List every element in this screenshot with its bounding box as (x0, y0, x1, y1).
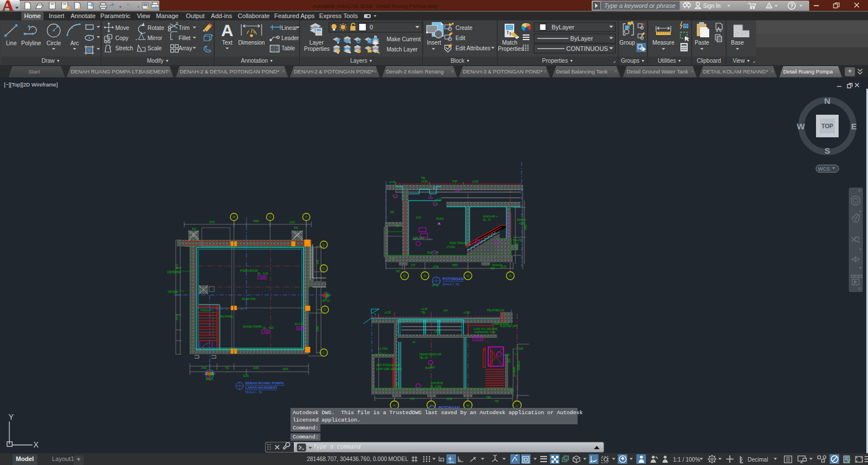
svg-text:1125: 1125 (289, 221, 295, 224)
svg-text:5050: 5050 (446, 398, 453, 401)
svg-text:150: 150 (390, 211, 394, 214)
svg-text:X: X (33, 440, 39, 449)
svg-text:BALOK: BALOK (513, 239, 522, 242)
svg-text:WCS: WCS (818, 166, 830, 172)
svg-text:WATERPROOFING: WATERPROOFING (413, 238, 432, 241)
svg-text:P: P (393, 404, 396, 407)
svg-text:+0.00: +0.00 (435, 198, 442, 201)
svg-text:125: 125 (411, 264, 415, 267)
svg-text:TBL: TBL (421, 311, 426, 314)
svg-text:17.5/30: 17.5/30 (446, 246, 455, 249)
svg-text:A: A (768, 5, 770, 8)
svg-text:TOP: TOP (452, 180, 457, 183)
svg-text:745: 745 (396, 270, 400, 273)
svg-text:+0.00: +0.00 (463, 311, 470, 314)
svg-text:a3: a3 (396, 383, 399, 386)
svg-text:-4.20: -4.20 (263, 330, 270, 333)
svg-text:TBL 15²: TBL 15² (419, 357, 428, 359)
svg-text:CONTINUOUS: CONTINUOUS (566, 45, 608, 52)
svg-text:TB: TB (396, 225, 399, 228)
svg-text:Q: Q (323, 243, 325, 246)
svg-text:JALUR PIPA: JALUR PIPA (241, 298, 255, 301)
svg-text:4850: 4850 (452, 264, 458, 267)
svg-text:WP-01: WP-01 (206, 378, 214, 381)
svg-text:+0.00: +0.00 (472, 180, 479, 183)
svg-text:EL. -4.20: EL. -4.20 (263, 327, 274, 329)
svg-text:1500: 1500 (176, 263, 179, 270)
svg-text:a'dt: a'dt (444, 309, 448, 312)
svg-text:Q: Q (403, 274, 406, 277)
svg-text:SKALA 1 : 50: SKALA 1 : 50 (442, 283, 459, 286)
svg-text:ANAK TANGGA: ANAK TANGGA (449, 242, 467, 245)
svg-text:752: 752 (225, 367, 229, 370)
svg-text:WAKTU: WAKTU (517, 219, 526, 221)
svg-text:TOP: TOP (822, 123, 834, 129)
svg-text:a2: a2 (413, 341, 416, 344)
svg-text:+-1.7040: +-1.7040 (377, 347, 388, 350)
svg-text:3.00: 3.00 (416, 216, 421, 219)
svg-text:TBA: TBA (486, 396, 491, 399)
svg-text:1675: 1675 (209, 221, 215, 224)
svg-text:?: ? (790, 3, 793, 9)
svg-text:PILE CAP: PILE CAP (427, 251, 439, 254)
svg-text:-4.20: -4.20 (297, 327, 304, 330)
svg-text:DENAH RUANG POMPA: DENAH RUANG POMPA (245, 381, 284, 385)
svg-text:C: C (323, 351, 325, 354)
svg-text:0: 0 (370, 24, 373, 31)
svg-text:+0.55: +0.55 (384, 311, 391, 314)
svg-text:750: 750 (494, 400, 499, 403)
svg-text:LANTAI BASEMENT: LANTAI BASEMENT (245, 386, 277, 389)
svg-text:1:1 / 100%: 1:1 / 100% (673, 457, 700, 463)
svg-text:+: + (76, 455, 80, 463)
svg-text:ST-1240: ST-1240 (168, 291, 179, 294)
svg-text:a: a (375, 313, 376, 316)
svg-text:370: 370 (410, 398, 415, 401)
svg-text:M: M (233, 215, 235, 219)
svg-text:POTONGAN: POTONGAN (442, 277, 464, 281)
svg-text:+1.20: +1.20 (503, 354, 510, 357)
svg-text:N: N (269, 215, 271, 219)
svg-text:I2: I2 (509, 274, 512, 277)
svg-text:EL -4.262: EL -4.262 (431, 385, 442, 388)
svg-text:960: 960 (508, 358, 511, 363)
svg-text:MUKA AIR +-: MUKA AIR +- (483, 215, 498, 218)
svg-text:+3.20: +3.20 (434, 331, 441, 333)
svg-text:960: 960 (491, 267, 495, 270)
svg-text:SUPORTE: SUPORTE (431, 382, 443, 385)
svg-text:3168: 3168 (253, 367, 259, 370)
svg-text:1730: 1730 (433, 266, 439, 268)
svg-text:+0.55: +0.55 (421, 308, 428, 311)
svg-text:TBL: TBL (421, 177, 426, 180)
svg-text:Decimal: Decimal (748, 457, 768, 463)
svg-text:1175: 1175 (501, 266, 506, 268)
svg-text:2600: 2600 (283, 368, 289, 371)
svg-text:9235: 9235 (243, 375, 249, 377)
svg-text:WP-01: WP-01 (322, 299, 330, 302)
svg-text:5460: 5460 (253, 220, 259, 223)
svg-text:KEDAP AUDIO AIR: KEDAP AUDIO AIR (419, 353, 442, 356)
svg-text:-4.95: -4.95 (389, 257, 396, 260)
svg-text:4480: 4480 (524, 224, 527, 230)
svg-text:TANGGA: TANGGA (200, 309, 211, 312)
svg-text:KAPASITAS TANK: KAPASITAS TANK (475, 331, 496, 334)
svg-text:S: S (824, 146, 830, 155)
svg-text:RG.PANEL: RG.PANEL (220, 315, 233, 318)
svg-text:MUKA: MUKA (436, 218, 444, 220)
svg-text:18 ANAK: 18 ANAK (513, 367, 516, 377)
svg-text:PELAT/BALOK: PELAT/BALOK (487, 309, 504, 312)
svg-text:590: 590 (294, 227, 298, 229)
svg-text:O: O (324, 308, 326, 311)
svg-text:+0.55: +0.55 (421, 180, 428, 183)
svg-text:POMPA ROOM: POMPA ROOM (240, 270, 258, 272)
svg-text:945: 945 (316, 259, 319, 264)
svg-text:150: 150 (510, 389, 514, 392)
svg-text:I1: I1 (424, 274, 427, 277)
svg-text:-4.20: -4.20 (259, 276, 266, 279)
svg-text:Y: Y (8, 412, 14, 421)
svg-text:LUAS VOL (M3/JAM): LUAS VOL (M3/JAM) (474, 328, 498, 331)
svg-text:P: P (305, 215, 307, 219)
svg-text:TANDON ATAS: TANDON ATAS (492, 323, 509, 325)
svg-text:Sign In: Sign In (703, 3, 721, 9)
svg-text:[−][Top][2D Wireframe]: [−][Top][2D Wireframe] (4, 81, 58, 88)
svg-text:M: M (467, 404, 470, 407)
